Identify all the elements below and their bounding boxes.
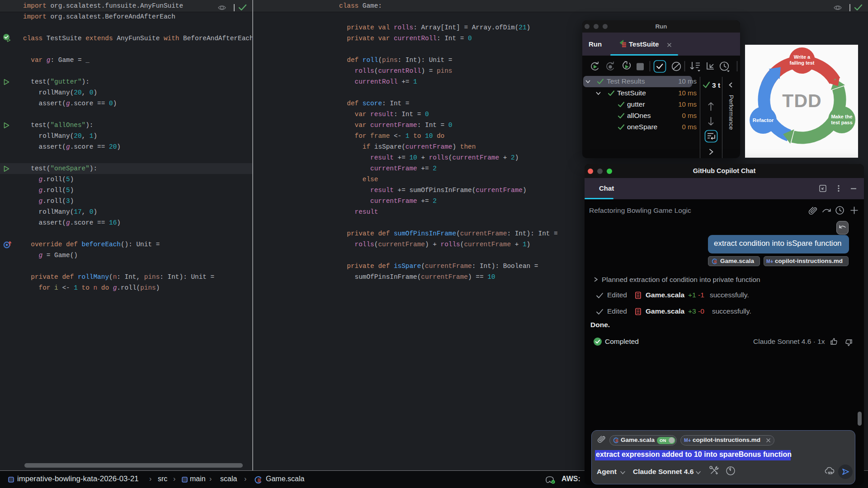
svg-text:Refactor: Refactor [753, 117, 774, 123]
svg-text:M: M [766, 258, 770, 264]
svg-text:TDD: TDD [782, 90, 821, 111]
svg-text:Make the: Make the [831, 114, 852, 119]
svg-text:Write a: Write a [794, 54, 811, 60]
svg-text:3 t: 3 t [712, 81, 720, 89]
svg-text:M: M [684, 437, 688, 443]
svg-text:test pass: test pass [831, 120, 853, 125]
svg-text:failing test: failing test [789, 60, 814, 66]
